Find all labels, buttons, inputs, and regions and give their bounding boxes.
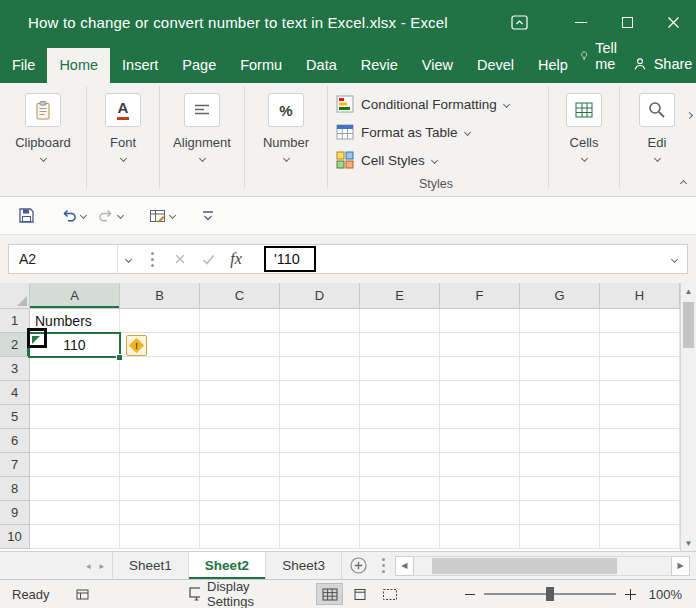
cell-G5[interactable] xyxy=(520,405,600,429)
zoom-level-label[interactable]: 100% xyxy=(642,587,682,602)
cell-B3[interactable] xyxy=(120,357,200,381)
cell-H10[interactable] xyxy=(600,525,680,549)
cell-B7[interactable] xyxy=(120,453,200,477)
cell-D9[interactable] xyxy=(280,501,360,525)
share-button[interactable]: Share xyxy=(633,56,696,83)
close-button[interactable] xyxy=(650,0,696,44)
add-sheet-button[interactable] xyxy=(342,552,376,579)
cell-H3[interactable] xyxy=(600,357,680,381)
format-as-table-button[interactable]: Format as Table xyxy=(336,118,548,146)
expand-formula-bar-button[interactable] xyxy=(661,257,687,262)
cell-G7[interactable] xyxy=(520,453,600,477)
scroll-down-icon[interactable]: ▼ xyxy=(681,535,696,551)
zoom-out-icon[interactable] xyxy=(465,594,475,595)
zoom-slider[interactable] xyxy=(484,593,616,595)
tab-home[interactable]: Home xyxy=(47,48,110,83)
cell-C10[interactable] xyxy=(200,525,280,549)
row-header-2[interactable]: 2 xyxy=(0,333,30,357)
cell-B8[interactable] xyxy=(120,477,200,501)
cell-A4[interactable] xyxy=(30,381,120,405)
column-header-H[interactable]: H xyxy=(600,283,680,309)
cell-F3[interactable] xyxy=(440,357,520,381)
scroll-right-icon[interactable]: ▶ xyxy=(671,556,690,576)
cell-H9[interactable] xyxy=(600,501,680,525)
cell-G1[interactable] xyxy=(520,309,600,333)
cell-F6[interactable] xyxy=(440,429,520,453)
cell-G6[interactable] xyxy=(520,429,600,453)
sheet-nav-right-icon[interactable]: ▸ xyxy=(100,561,105,571)
tab-file[interactable]: File xyxy=(0,48,47,83)
fill-handle[interactable] xyxy=(116,354,123,361)
cell-F5[interactable] xyxy=(440,405,520,429)
tab-sheet2[interactable]: Sheet2 xyxy=(189,552,266,579)
tab-developer[interactable]: Devel xyxy=(465,48,526,83)
tell-me-button[interactable]: Tell me xyxy=(580,40,633,83)
macro-record-icon[interactable] xyxy=(76,589,89,600)
tab-view[interactable]: View xyxy=(410,48,465,83)
cell-H4[interactable] xyxy=(600,381,680,405)
error-options-button[interactable] xyxy=(126,335,147,356)
tab-sheet3[interactable]: Sheet3 xyxy=(266,552,342,579)
cell-H6[interactable] xyxy=(600,429,680,453)
cell-F4[interactable] xyxy=(440,381,520,405)
cell-E8[interactable] xyxy=(360,477,440,501)
cell-G2[interactable] xyxy=(520,333,600,357)
zoom-slider-thumb[interactable] xyxy=(546,587,554,601)
ribbon-group-alignment[interactable]: Alignment xyxy=(160,83,244,196)
insert-function-button[interactable]: fx xyxy=(222,250,250,268)
column-header-A[interactable]: A xyxy=(30,283,120,309)
scroll-left-icon[interactable]: ◀ xyxy=(395,556,414,576)
cell-F10[interactable] xyxy=(440,525,520,549)
cell-C2[interactable] xyxy=(200,333,280,357)
tab-page-layout[interactable]: Page xyxy=(170,48,228,83)
ribbon-display-options-button[interactable] xyxy=(496,0,542,44)
view-page-break-button[interactable] xyxy=(376,583,403,605)
row-header-1[interactable]: 1 xyxy=(0,309,30,333)
cell-D10[interactable] xyxy=(280,525,360,549)
cell-E7[interactable] xyxy=(360,453,440,477)
cell-H2[interactable] xyxy=(600,333,680,357)
column-header-G[interactable]: G xyxy=(520,283,600,309)
cell-D6[interactable] xyxy=(280,429,360,453)
cell-G10[interactable] xyxy=(520,525,600,549)
cell-C9[interactable] xyxy=(200,501,280,525)
display-settings-button[interactable]: Display Settings xyxy=(189,579,278,608)
cell-H8[interactable] xyxy=(600,477,680,501)
ribbon-group-font[interactable]: A Font xyxy=(87,83,159,196)
horizontal-scrollbar-track[interactable] xyxy=(414,556,671,576)
cancel-button[interactable] xyxy=(166,253,194,265)
cell-C5[interactable] xyxy=(200,405,280,429)
cell-H5[interactable] xyxy=(600,405,680,429)
name-box-dropdown[interactable] xyxy=(117,245,139,273)
view-normal-button[interactable] xyxy=(316,583,343,605)
cell-B10[interactable] xyxy=(120,525,200,549)
cell-B6[interactable] xyxy=(120,429,200,453)
row-header-4[interactable]: 4 xyxy=(0,381,30,405)
save-button[interactable] xyxy=(12,202,41,229)
cell-F9[interactable] xyxy=(440,501,520,525)
cell-A9[interactable] xyxy=(30,501,120,525)
conditional-formatting-button[interactable]: Conditional Formatting xyxy=(336,90,548,118)
ribbon-group-cells[interactable]: Cells xyxy=(549,83,619,196)
sheet-options-icon[interactable] xyxy=(382,564,385,567)
cell-A8[interactable] xyxy=(30,477,120,501)
cell-D1[interactable] xyxy=(280,309,360,333)
row-header-7[interactable]: 7 xyxy=(0,453,30,477)
select-all-button[interactable] xyxy=(0,283,30,309)
tab-sheet1[interactable]: Sheet1 xyxy=(112,552,189,579)
row-header-5[interactable]: 5 xyxy=(0,405,30,429)
cell-E1[interactable] xyxy=(360,309,440,333)
cell-D4[interactable] xyxy=(280,381,360,405)
tab-help[interactable]: Help xyxy=(526,48,580,83)
cell-E4[interactable] xyxy=(360,381,440,405)
cell-F7[interactable] xyxy=(440,453,520,477)
horizontal-scrollbar-thumb[interactable] xyxy=(432,558,617,574)
column-header-D[interactable]: D xyxy=(280,283,360,309)
column-header-E[interactable]: E xyxy=(360,283,440,309)
cell-B5[interactable] xyxy=(120,405,200,429)
minimize-button[interactable] xyxy=(558,0,604,44)
cell-D5[interactable] xyxy=(280,405,360,429)
scroll-up-icon[interactable]: ▲ xyxy=(681,283,696,299)
tab-review[interactable]: Revie xyxy=(349,48,410,83)
cell-A10[interactable] xyxy=(30,525,120,549)
